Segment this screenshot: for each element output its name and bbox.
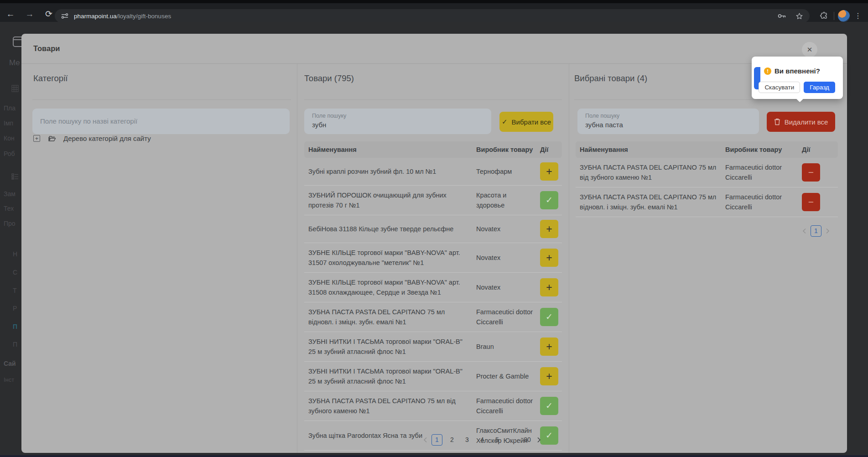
product-added-button[interactable]: ✓ bbox=[540, 397, 558, 415]
product-manufacturer: Красота и здоровье bbox=[476, 190, 540, 210]
categories-title: Категорії bbox=[33, 73, 68, 83]
product-name: ЗУБНЕ КІЛЬЦЕ торгової марки "BABY-NOVA" … bbox=[308, 248, 476, 268]
ok-button[interactable]: Гаразд bbox=[804, 82, 835, 93]
tree-expand-icon[interactable]: + bbox=[33, 135, 40, 142]
delete-all-button[interactable]: Видалити все bbox=[767, 112, 835, 132]
table-row: ЗУБНІ НИТКИ І ТАСЬМА торгової марки "ORA… bbox=[304, 362, 562, 391]
sidebar-item[interactable]: Імп bbox=[4, 119, 13, 127]
sidebar-item[interactable]: П bbox=[13, 323, 17, 330]
cancel-button[interactable]: Скасувати bbox=[759, 82, 800, 93]
browser-toolbar: ← → ⟳ pharmapoint.ua/loyalty/gift-bonuse… bbox=[0, 3, 868, 22]
header-name: Найменування bbox=[580, 146, 725, 153]
product-manufacturer: Novatex bbox=[476, 224, 540, 234]
sidebar-item[interactable]: Роб bbox=[4, 150, 15, 157]
selected-search-input[interactable]: Поле пошуку зубна паста bbox=[577, 109, 759, 134]
trash-icon bbox=[774, 118, 780, 125]
pagination-ellipsis[interactable]: ••• bbox=[507, 434, 518, 446]
add-product-button[interactable]: + bbox=[540, 338, 558, 356]
address-bar[interactable]: pharmapoint.ua/loyalty/gift-bonuses bbox=[55, 9, 810, 23]
sidebar-item[interactable]: Пла bbox=[4, 104, 16, 112]
sidebar-item[interactable]: Ме bbox=[9, 58, 20, 68]
page-bottom-line bbox=[0, 455, 868, 457]
selected-table-header: Найменування Виробник товару Дії bbox=[576, 141, 838, 158]
select-all-button[interactable]: ✓ Вибрати все bbox=[499, 112, 553, 132]
product-added-button[interactable]: ✓ bbox=[540, 191, 558, 209]
table-row: ЗУБНА ПАСТА PASTA DEL CAPITANO 75 мл від… bbox=[576, 187, 838, 217]
sidebar-item[interactable]: Т bbox=[13, 287, 17, 294]
product-name: ЗУБНИЙ ПОРОШОК очищающий для зубних прот… bbox=[308, 190, 476, 210]
sidebar-item[interactable]: С bbox=[13, 269, 17, 276]
reload-icon[interactable]: ⟳ bbox=[43, 8, 55, 20]
pagination-page-1[interactable]: 1 bbox=[811, 225, 821, 237]
browser-tab-strip bbox=[0, 0, 868, 3]
sidebar-item[interactable]: П bbox=[13, 341, 17, 348]
product-name: ЗУБНА ПАСТА PASTA DEL CAPITANO 75 мл від… bbox=[580, 162, 725, 182]
table-row: ЗУБНА ПАСТА PASTA DEL CAPITANO 75 мл від… bbox=[576, 158, 838, 187]
pagination-page-2[interactable]: 2 bbox=[447, 434, 457, 446]
pagination-prev-icon[interactable] bbox=[802, 228, 806, 234]
selected-title: Вибрані товари (4) bbox=[574, 73, 647, 83]
add-product-button[interactable]: + bbox=[540, 220, 558, 238]
back-icon[interactable]: ← bbox=[5, 8, 16, 20]
product-name: Зубні краплі розчин зубний фл. 10 мл №1 bbox=[308, 166, 476, 177]
sidebar-item[interactable]: Кон bbox=[4, 135, 15, 142]
table-row: ЗУБНА ПАСТА PASTA DEL CAPITANO 75 мл від… bbox=[304, 391, 562, 421]
sidebar-item[interactable]: Н bbox=[13, 250, 17, 258]
tune-icon[interactable] bbox=[61, 12, 68, 20]
sidebar-item[interactable]: Про bbox=[4, 220, 16, 227]
product-manufacturer: Farmaceutici dottor Ciccarelli bbox=[476, 396, 540, 416]
divider bbox=[304, 99, 562, 100]
tree-node-label[interactable]: Дерево категорій для сайту bbox=[63, 135, 151, 142]
menu-icon[interactable]: ⋮ bbox=[850, 11, 868, 20]
extensions-icon[interactable] bbox=[820, 11, 828, 20]
folder-icon bbox=[48, 135, 56, 142]
selected-pagination: 1 bbox=[802, 225, 830, 237]
pagination-next-icon[interactable] bbox=[826, 228, 830, 234]
add-product-button[interactable]: + bbox=[540, 367, 558, 385]
product-manufacturer: Procter & Gamble bbox=[476, 371, 540, 381]
forward-icon[interactable]: → bbox=[24, 8, 36, 20]
sidebar-item[interactable]: Тех bbox=[4, 205, 14, 212]
url-text: pharmapoint.ua/loyalty/gift-bonuses bbox=[74, 13, 171, 20]
pagination-prev-icon[interactable] bbox=[423, 437, 427, 443]
key-icon[interactable] bbox=[778, 13, 786, 19]
star-icon[interactable] bbox=[795, 12, 803, 20]
pagination-page-3[interactable]: 3 bbox=[462, 434, 473, 446]
category-search-input[interactable]: Поле пошуку по назві категорії bbox=[32, 109, 290, 134]
sidebar-item[interactable]: Зам bbox=[4, 190, 16, 197]
products-search-input[interactable]: Поле пошуку зубн bbox=[304, 109, 491, 134]
products-pagination: 12345•••80 bbox=[423, 434, 541, 446]
remove-product-button[interactable]: − bbox=[802, 163, 820, 182]
toolbar-separator bbox=[834, 12, 834, 20]
pagination-page-5[interactable]: 5 bbox=[492, 434, 503, 446]
product-name: ЗУБНА ПАСТА PASTA DEL CAPITANO 75 мл від… bbox=[580, 192, 725, 212]
warning-icon: ! bbox=[764, 68, 771, 75]
close-icon[interactable]: ✕ bbox=[802, 42, 817, 57]
product-added-button[interactable]: ✓ bbox=[540, 426, 558, 445]
add-product-button[interactable]: + bbox=[540, 162, 558, 181]
table-row: БебіНова 31188 Кільце зубне тверде рельє… bbox=[304, 215, 562, 243]
search-value: зубна паста bbox=[585, 121, 623, 129]
list-icon bbox=[11, 173, 19, 180]
products-table-header: Найменування Виробник товару Дії bbox=[304, 141, 562, 158]
product-name: ЗУБНЕ КІЛЬЦЕ торгової марки "BABY-NOVA" … bbox=[308, 277, 476, 297]
header-manufacturer: Виробник товару bbox=[476, 146, 540, 153]
pagination-page-80[interactable]: 80 bbox=[522, 434, 533, 446]
remove-product-button[interactable]: − bbox=[802, 193, 820, 211]
pagination-page-1[interactable]: 1 bbox=[431, 434, 442, 446]
products-table-body: Зубні краплі розчин зубний фл. 10 мл №1Т… bbox=[304, 158, 562, 451]
category-tree-node: + Дерево категорій для сайту bbox=[33, 135, 151, 142]
pagination-page-4[interactable]: 4 bbox=[477, 434, 488, 446]
add-product-button[interactable]: + bbox=[540, 278, 558, 296]
product-added-button[interactable]: ✓ bbox=[540, 308, 558, 326]
search-label: Поле пошуку bbox=[312, 113, 346, 119]
header-actions: Дії bbox=[540, 146, 562, 153]
add-product-button[interactable]: + bbox=[540, 249, 558, 267]
product-name: ЗУБНА ПАСТА PASTA DEL CAPITANO 75 мл від… bbox=[308, 396, 476, 416]
avatar[interactable] bbox=[838, 10, 850, 22]
table-row: ЗУБНИЙ ПОРОШОК очищающий для зубних прот… bbox=[304, 186, 562, 215]
pagination-next-icon[interactable] bbox=[537, 437, 541, 443]
sidebar-item[interactable]: Сай bbox=[4, 360, 16, 367]
sidebar-item[interactable]: Р bbox=[13, 305, 17, 312]
sidebar-item[interactable]: Інст bbox=[4, 376, 14, 383]
